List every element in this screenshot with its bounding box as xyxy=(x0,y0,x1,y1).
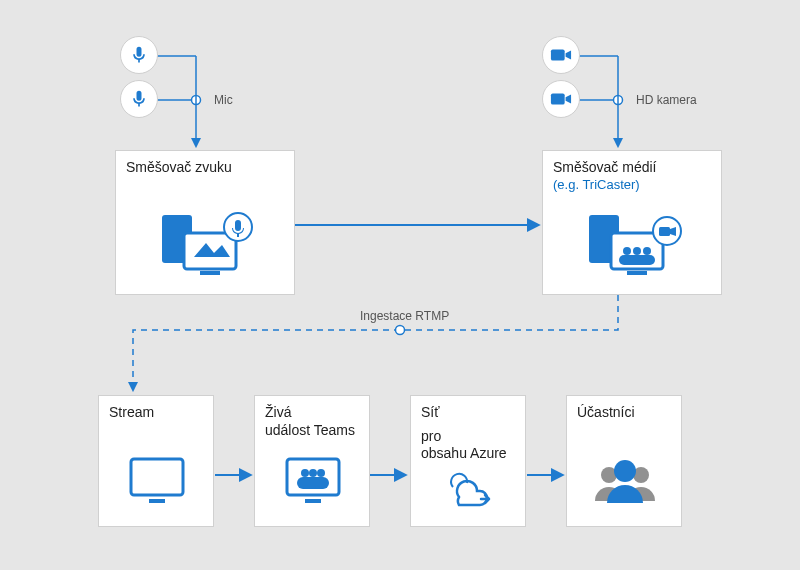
svg-point-6 xyxy=(614,96,623,105)
teams-live-node: Živá událost Teams xyxy=(254,395,370,527)
svg-point-34 xyxy=(317,469,325,477)
stream-node: Stream xyxy=(98,395,214,527)
svg-rect-29 xyxy=(149,499,165,503)
azure-cdn-node: Síť pro obsahu Azure xyxy=(410,395,526,527)
svg-point-23 xyxy=(633,247,641,255)
mic-icon xyxy=(120,36,158,74)
svg-point-24 xyxy=(643,247,651,255)
media-mixer-title: Směšovač médií xyxy=(553,159,711,177)
azure-cdn-title-l3: obsahu Azure xyxy=(421,445,515,463)
pc-monitor-camera-icon xyxy=(583,209,683,282)
teams-live-title-l2: událost Teams xyxy=(265,422,359,440)
svg-rect-31 xyxy=(305,499,321,503)
svg-point-9 xyxy=(396,326,405,335)
svg-rect-13 xyxy=(551,50,565,61)
attendees-node: Účastníci xyxy=(566,395,682,527)
mic-icon xyxy=(120,80,158,118)
people-group-icon xyxy=(589,457,661,510)
camera-label: HD kamera xyxy=(636,93,697,107)
rtmp-ingest-label: Ingestace RTMP xyxy=(360,309,449,323)
pc-monitor-mic-icon xyxy=(156,209,256,282)
svg-rect-25 xyxy=(619,255,655,265)
svg-rect-28 xyxy=(131,459,183,495)
svg-point-22 xyxy=(623,247,631,255)
audio-mixer-title: Směšovač zvuku xyxy=(126,159,284,177)
svg-rect-21 xyxy=(627,271,647,275)
svg-rect-17 xyxy=(200,271,220,275)
azure-cdn-title-l1: Síť xyxy=(421,404,515,422)
monitor-icon xyxy=(125,455,189,510)
svg-rect-35 xyxy=(297,477,329,489)
camera-icon xyxy=(542,80,580,118)
attendees-title: Účastníci xyxy=(577,404,671,422)
media-mixer-node: Směšovač médií (e.g. TriCaster) xyxy=(542,150,722,295)
camera-icon xyxy=(542,36,580,74)
stream-title: Stream xyxy=(109,404,203,422)
teams-live-title-l1: Živá xyxy=(265,404,359,422)
svg-point-38 xyxy=(614,460,636,482)
svg-point-2 xyxy=(192,96,201,105)
media-mixer-subtitle: (e.g. TriCaster) xyxy=(553,177,711,193)
svg-rect-27 xyxy=(659,227,670,236)
cloud-arrow-icon xyxy=(441,469,497,512)
mic-label: Mic xyxy=(214,93,233,107)
azure-cdn-title-l2: pro xyxy=(421,428,515,446)
audio-mixer-node: Směšovač zvuku xyxy=(115,150,295,295)
svg-rect-14 xyxy=(551,94,565,105)
monitor-people-icon xyxy=(281,455,345,510)
diagram-canvas: Mic HD kamera Směšovač zvuku Směšovač mé… xyxy=(0,0,800,570)
svg-point-32 xyxy=(301,469,309,477)
svg-point-33 xyxy=(309,469,317,477)
